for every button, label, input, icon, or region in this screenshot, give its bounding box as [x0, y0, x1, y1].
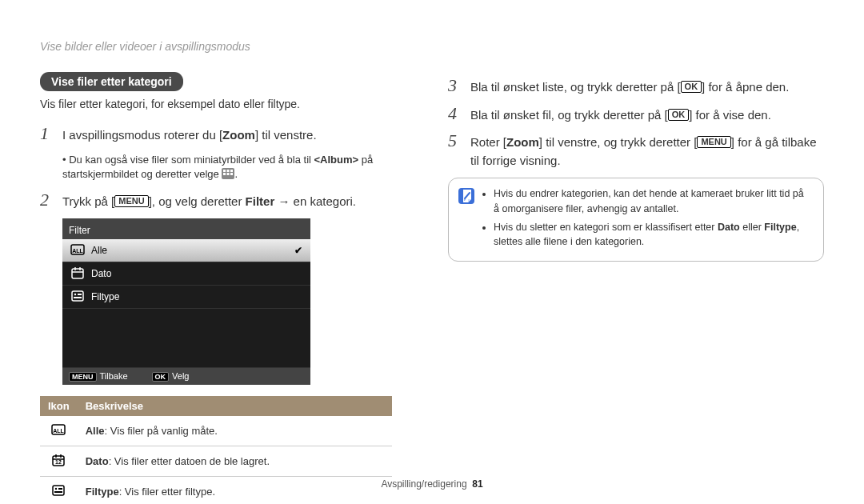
note-icon: [457, 186, 476, 206]
step-number: 1: [40, 125, 54, 142]
page-footer: Avspilling/redigering 81: [0, 478, 864, 490]
grid-icon: [222, 168, 234, 179]
ok-key: OK: [681, 81, 702, 93]
step-number: 2: [40, 191, 54, 209]
row-label: Alle: [91, 245, 107, 256]
note-item: Hvis du sletter en kategori som er klass…: [494, 220, 812, 250]
filter-row-all[interactable]: ALL Alle ✔: [62, 239, 310, 262]
section-title-pill: Vise filer etter kategori: [40, 72, 183, 91]
svg-rect-3: [230, 170, 233, 172]
svg-text:ALL: ALL: [54, 428, 65, 434]
date-icon: 12: [40, 446, 78, 477]
all-icon: ALL: [40, 416, 78, 446]
step-text: Bla til ønsket liste, og trykk deretter …: [470, 78, 824, 97]
svg-rect-13: [72, 291, 83, 301]
step-1-sub: Du kan også vise filer som miniatyrbilde…: [62, 153, 416, 182]
svg-rect-2: [227, 170, 230, 172]
screen-footer: MENUTilbake OKVelg: [62, 368, 310, 382]
step-3: 3 Bla til ønsket liste, og trykk derette…: [448, 77, 824, 97]
filter-screen: Filter ALL Alle ✔ Dato: [62, 218, 310, 385]
svg-rect-9: [72, 269, 83, 278]
filetype-icon: [70, 289, 83, 305]
breadcrumb: Vise bilder eller videoer i avspillingsm…: [40, 40, 416, 53]
step-text: Bla til ønsket fil, og trykk deretter på…: [470, 106, 824, 125]
svg-rect-27: [54, 491, 62, 493]
row-label: Dato: [91, 268, 111, 279]
svg-text:ALL: ALL: [72, 248, 83, 254]
table-head-desc: Beskrivelse: [78, 396, 392, 416]
svg-text:12: 12: [55, 459, 62, 465]
table-row: 12 Dato: Vis filer etter datoen de ble l…: [40, 446, 392, 477]
step-5: 5 Roter [Zoom] til venstre, og trykk der…: [448, 132, 824, 170]
row-label: Filtype: [91, 291, 119, 302]
back-key: MENU: [69, 372, 97, 382]
step-number: 5: [448, 132, 462, 150]
check-icon: ✔: [294, 245, 302, 256]
table-head-icon: Ikon: [40, 396, 78, 416]
step-text: Trykk på [MENU], og velg deretter Filter…: [62, 193, 416, 211]
menu-key: MENU: [114, 195, 148, 207]
step-1: 1 I avspillingsmodus roterer du [Zoom] t…: [40, 125, 416, 145]
date-icon: [70, 266, 83, 282]
svg-rect-1: [223, 170, 226, 172]
step-number: 3: [448, 77, 462, 94]
table-row: ALL Alle: Vis filer på vanlig måte.: [40, 416, 392, 446]
ok-key: OK: [668, 109, 690, 121]
svg-point-14: [74, 294, 76, 295]
filter-row-filtype[interactable]: Filtype: [62, 286, 310, 309]
step-4: 4 Bla til ønsket fil, og trykk deretter …: [448, 105, 824, 125]
select-key: OK: [152, 372, 170, 382]
svg-rect-5: [227, 173, 230, 175]
note-item: Hvis du endrer kategorien, kan det hende…: [494, 186, 812, 217]
step-text: Roter [Zoom] til venstre, og trykk deret…: [470, 134, 824, 170]
svg-rect-6: [230, 173, 233, 175]
menu-key: MENU: [697, 136, 730, 148]
step-number: 4: [448, 105, 462, 122]
filter-row-dato[interactable]: Dato: [62, 262, 310, 286]
step-text: I avspillingsmodus roterer du [Zoom] til…: [62, 126, 416, 145]
section-intro: Vis filer etter kategori, for eksempel d…: [40, 98, 416, 110]
step-2: 2 Trykk på [MENU], og velg deretter Filt…: [40, 191, 416, 211]
svg-rect-16: [74, 297, 82, 298]
svg-rect-4: [223, 173, 226, 175]
svg-rect-15: [78, 294, 82, 295]
note-box: Hvis du endrer kategorien, kan det hende…: [448, 178, 824, 262]
all-icon: ALL: [70, 242, 83, 258]
screen-title: Filter: [62, 223, 310, 239]
